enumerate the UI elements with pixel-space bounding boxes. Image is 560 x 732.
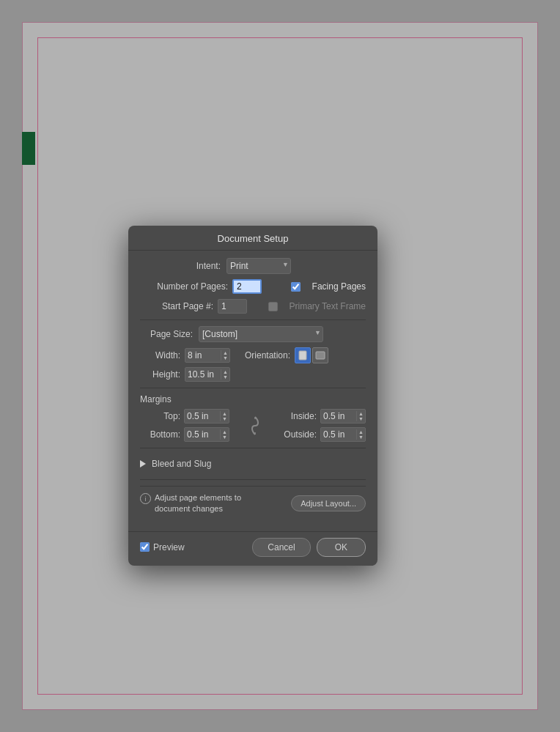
adjust-layout-button[interactable]: Adjust Layout... (291, 495, 366, 511)
width-input[interactable] (185, 349, 221, 362)
primary-text-frame-checkbox[interactable] (268, 302, 278, 311)
outside-margin-label: Outside: (280, 429, 317, 440)
expand-arrow-icon (140, 460, 146, 467)
portrait-icon (298, 350, 308, 361)
height-row: Height: ▲ ▼ (140, 367, 366, 382)
margins-section: Margins Top: ▲ ▼ (140, 394, 366, 442)
intent-row: Intent: Print Web Mobile ▾ (140, 258, 366, 274)
pagesize-label: Page Size: (140, 329, 193, 339)
pages-input[interactable] (232, 279, 262, 294)
adjust-left: i Adjust page elements todocument change… (140, 492, 284, 515)
orientation-buttons (295, 347, 328, 363)
bottom-margin-label: Bottom: (140, 429, 180, 440)
top-up[interactable]: ▲ (221, 411, 229, 416)
primary-text-frame-row: Primary Text Frame (268, 301, 366, 311)
inside-down[interactable]: ▼ (357, 416, 365, 421)
height-label: Height: (140, 369, 180, 380)
pagesize-select-wrap[interactable]: [Custom] Letter Legal A4 Tabloid ▾ (199, 326, 323, 342)
dialog-body: Intent: Print Web Mobile ▾ Number of Pag… (128, 251, 377, 531)
inside-margin-spinbox[interactable]: ▲ ▼ (320, 409, 366, 424)
bottom-down[interactable]: ▼ (221, 435, 229, 440)
chain-svg (249, 415, 261, 436)
inside-margin-input[interactable] (321, 410, 356, 423)
facing-pages-row: Facing Pages (291, 281, 366, 292)
ok-button[interactable]: OK (317, 538, 366, 557)
dialog-title: Document Setup (128, 226, 377, 251)
facing-pages-checkbox[interactable] (291, 282, 301, 292)
inside-up[interactable]: ▲ (357, 411, 365, 416)
height-up-arrow[interactable]: ▲ (221, 369, 229, 374)
inside-margin-label: Inside: (280, 411, 317, 421)
dialog-footer: Preview Cancel OK (128, 531, 377, 566)
bottom-up[interactable]: ▲ (221, 429, 229, 435)
width-spinbox[interactable]: ▲ ▼ (185, 348, 230, 363)
outside-margin-spinbox[interactable]: ▲ ▼ (320, 427, 366, 442)
width-arrows: ▲ ▼ (221, 350, 229, 361)
intent-label: Intent: (140, 261, 221, 271)
chain-link-icon (249, 415, 261, 436)
top-margin-row: Top: ▲ ▼ (140, 409, 229, 424)
top-arrows: ▲ ▼ (220, 411, 229, 421)
preview-checkbox[interactable] (140, 542, 150, 552)
info-icon: i (140, 493, 151, 504)
bottom-margin-row: Bottom: ▲ ▼ (140, 427, 229, 442)
width-label: Width: (140, 350, 180, 361)
width-row: Width: ▲ ▼ Orientation: (140, 347, 366, 363)
facing-pages-label: Facing Pages (312, 281, 366, 292)
portrait-button[interactable] (295, 347, 311, 363)
preview-row: Preview (140, 542, 252, 552)
height-input[interactable] (185, 368, 221, 381)
startpage-label: Start Page #: (140, 301, 213, 311)
top-margin-label: Top: (140, 411, 180, 421)
top-margin-input[interactable] (185, 410, 220, 423)
margins-grid: Top: ▲ ▼ Bottom: (140, 409, 366, 442)
outside-down[interactable]: ▼ (357, 435, 365, 440)
outside-margin-row: Outside: ▲ ▼ (280, 427, 366, 442)
height-down-arrow[interactable]: ▼ (221, 374, 229, 380)
adjust-row: i Adjust page elements todocument change… (140, 486, 366, 521)
height-arrows: ▲ ▼ (221, 369, 229, 380)
pagesize-row: Page Size: [Custom] Letter Legal A4 Tabl… (140, 326, 366, 342)
landscape-button[interactable] (312, 347, 328, 363)
startpage-input[interactable] (218, 299, 247, 314)
orientation-label: Orientation: (245, 350, 290, 361)
landscape-icon (315, 350, 325, 361)
pages-row: Number of Pages: Facing Pages (140, 279, 366, 294)
primary-text-frame-label: Primary Text Frame (290, 301, 366, 311)
width-down-arrow[interactable]: ▼ (221, 355, 229, 361)
cancel-button[interactable]: Cancel (252, 538, 310, 557)
bottom-margin-spinbox[interactable]: ▲ ▼ (184, 427, 229, 442)
divider-4 (140, 479, 366, 480)
pagesize-select[interactable]: [Custom] Letter Legal A4 Tabloid (199, 326, 323, 342)
divider-1 (140, 319, 366, 320)
margins-right-col: Inside: ▲ ▼ Outside: (280, 409, 366, 442)
top-down[interactable]: ▼ (221, 416, 229, 421)
bleed-slug-row[interactable]: Bleed and Slug (140, 454, 366, 473)
preview-label: Preview (153, 542, 185, 552)
divider-2 (140, 388, 366, 388)
outside-margin-input[interactable] (321, 428, 356, 441)
intent-select-wrap[interactable]: Print Web Mobile ▾ (226, 258, 291, 274)
divider-3 (140, 448, 366, 448)
bottom-margin-input[interactable] (185, 428, 220, 441)
margins-left-col: Top: ▲ ▼ Bottom: (140, 409, 229, 442)
inside-arrows: ▲ ▼ (356, 411, 365, 421)
document-setup-dialog: Document Setup Intent: Print Web Mobile … (128, 226, 377, 566)
top-margin-spinbox[interactable]: ▲ ▼ (184, 409, 229, 424)
startpage-row: Start Page #: Primary Text Frame (140, 299, 366, 314)
footer-buttons: Cancel OK (252, 538, 366, 557)
bottom-arrows: ▲ ▼ (220, 429, 229, 440)
outside-arrows: ▲ ▼ (356, 429, 365, 440)
inside-margin-row: Inside: ▲ ▼ (280, 409, 366, 424)
height-spinbox[interactable]: ▲ ▼ (185, 367, 230, 382)
adjust-text: Adjust page elements todocument changes (155, 492, 241, 515)
svg-rect-1 (316, 352, 325, 359)
bleed-slug-label: Bleed and Slug (152, 459, 211, 469)
intent-select[interactable]: Print Web Mobile (226, 258, 291, 274)
pages-label: Number of Pages: (140, 281, 228, 292)
width-up-arrow[interactable]: ▲ (221, 350, 229, 355)
margins-title: Margins (140, 394, 366, 404)
svg-rect-0 (299, 351, 306, 360)
outside-up[interactable]: ▲ (357, 429, 365, 435)
